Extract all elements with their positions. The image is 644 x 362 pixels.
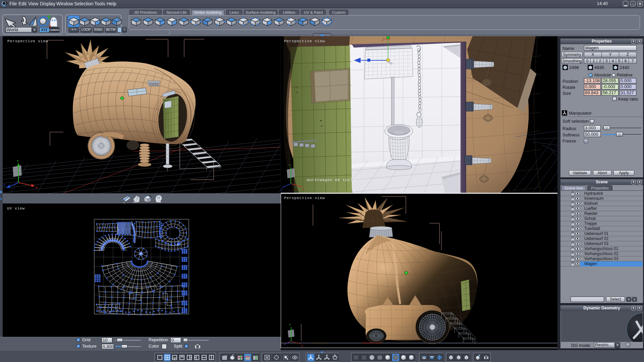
svg-text:X: X xyxy=(301,345,303,348)
svg-text:Z: Z xyxy=(3,184,5,187)
svg-text:Y: Y xyxy=(17,160,19,163)
svg-text:Z: Z xyxy=(281,188,283,192)
svg-text:X: X xyxy=(303,188,305,191)
svg-text:wurstwagen 08 toilette unwrap: wurstwagen 08 toilette unwrap xyxy=(307,178,381,182)
svg-text:Y: Y xyxy=(289,323,291,327)
svg-text:Y: Y xyxy=(289,164,291,167)
svg-text:X: X xyxy=(36,186,38,190)
